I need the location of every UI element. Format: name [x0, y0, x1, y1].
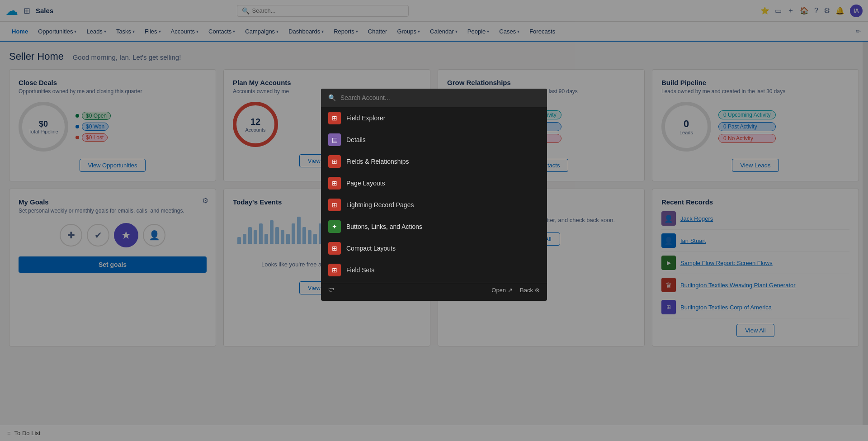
fields-relationships-icon: ⊞	[328, 155, 341, 168]
popup-footer: 🛡 Open ↗ Back ⊗	[321, 283, 547, 297]
details-icon: ▤	[328, 133, 341, 146]
popup-label-buttons-links-actions: Buttons, Links, and Actions	[346, 223, 422, 230]
popup-open-button[interactable]: Open ↗	[491, 287, 513, 294]
popup-label-field-sets: Field Sets	[346, 266, 374, 274]
popup: 🔍 Search Account... ⊞ Field Explorer ▤ D…	[321, 89, 547, 301]
popup-item-details[interactable]: ▤ Details	[321, 129, 547, 151]
popup-footer-actions: Open ↗ Back ⊗	[491, 287, 540, 294]
buttons-links-actions-icon: ✦	[328, 220, 341, 233]
popup-label-fields-relationships: Fields & Relationships	[346, 158, 409, 165]
popup-item-lightning-record-pages[interactable]: ⊞ Lightning Record Pages	[321, 194, 547, 216]
field-explorer-icon: ⊞	[328, 112, 341, 124]
lightning-record-pages-icon: ⊞	[328, 199, 341, 211]
popup-label-page-layouts: Page Layouts	[346, 180, 385, 187]
popup-label-lightning-record-pages: Lightning Record Pages	[346, 201, 414, 209]
popup-search-placeholder: Search Account...	[340, 94, 390, 101]
popup-item-buttons-links-actions[interactable]: ✦ Buttons, Links, and Actions	[321, 216, 547, 237]
popup-label-compact-layouts: Compact Layouts	[346, 245, 396, 252]
popup-item-compact-layouts[interactable]: ⊞ Compact Layouts	[321, 237, 547, 259]
popup-item-field-explorer[interactable]: ⊞ Field Explorer	[321, 107, 547, 129]
popup-back-button[interactable]: Back ⊗	[520, 287, 540, 294]
popup-open-arrow: ↗	[508, 287, 513, 294]
popup-item-field-sets[interactable]: ⊞ Field Sets	[321, 259, 547, 281]
popup-back-icon: ⊗	[535, 287, 540, 294]
popup-label-field-explorer: Field Explorer	[346, 114, 385, 122]
popup-back-label: Back	[520, 287, 533, 294]
field-sets-icon: ⊞	[328, 264, 341, 276]
popup-search-bar[interactable]: 🔍 Search Account...	[321, 89, 547, 107]
overlay: 🔍 Search Account... ⊞ Field Explorer ▤ D…	[0, 0, 868, 356]
popup-item-page-layouts[interactable]: ⊞ Page Layouts	[321, 172, 547, 194]
popup-shield-icon: 🛡	[328, 287, 334, 294]
popup-item-fields-relationships[interactable]: ⊞ Fields & Relationships	[321, 151, 547, 172]
popup-label-details: Details	[346, 136, 366, 143]
page-layouts-icon: ⊞	[328, 177, 341, 190]
popup-search-icon: 🔍	[328, 94, 336, 101]
popup-open-label: Open	[491, 287, 506, 294]
compact-layouts-icon: ⊞	[328, 242, 341, 255]
